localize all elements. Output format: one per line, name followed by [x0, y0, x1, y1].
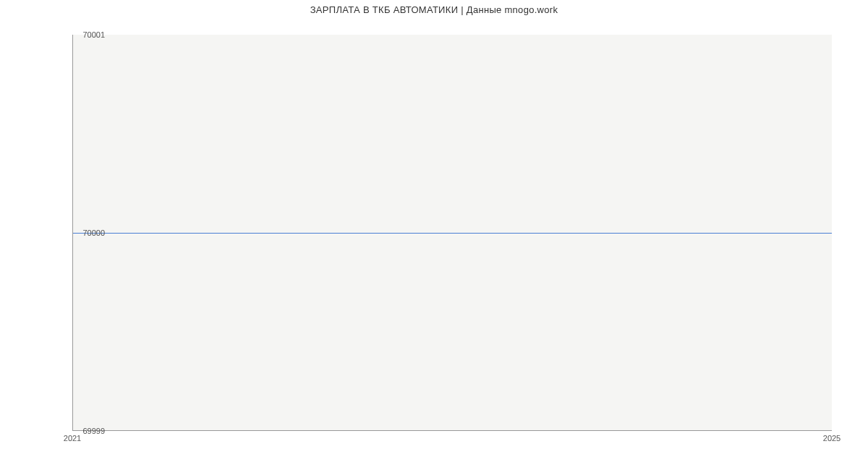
- x-tick-right: 2025: [823, 434, 841, 443]
- x-tick-left: 2021: [64, 434, 81, 443]
- y-tick-top: 70001: [82, 30, 105, 39]
- y-tick-mid: 70000: [82, 228, 105, 237]
- chart-plot: [72, 35, 832, 431]
- plot-area: [72, 35, 832, 431]
- y-tick-bot: 69999: [82, 427, 105, 435]
- chart-title: ЗАРПЛАТА В ТКБ АВТОМАТИКИ | Данные mnogo…: [0, 0, 868, 15]
- data-line: [73, 233, 832, 234]
